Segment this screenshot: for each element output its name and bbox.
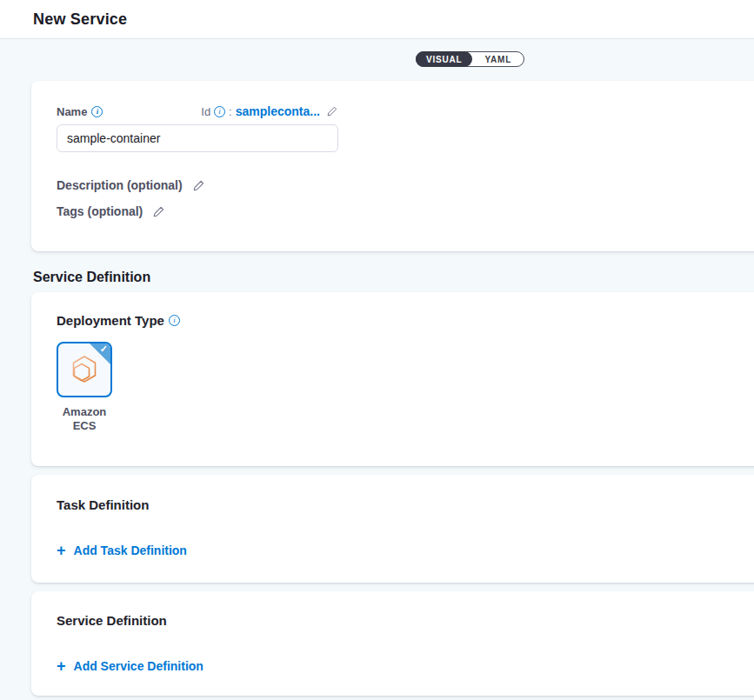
add-task-definition-label: Add Task Definition (74, 543, 187, 557)
service-definition-section-title: Service Definition (33, 270, 754, 285)
id-separator: : (229, 105, 232, 118)
description-label: Description (optional) (57, 178, 183, 192)
plus-icon: + (57, 544, 66, 557)
id-label: Id (201, 105, 210, 118)
toggle-yaml-segment[interactable]: YAML (472, 55, 524, 64)
toggle-row: VISUAL YAML (0, 39, 754, 81)
id-edit-pencil-icon[interactable] (326, 105, 338, 117)
add-service-definition-button[interactable]: + Add Service Definition (57, 659, 204, 673)
task-definition-title: Task Definition (57, 497, 754, 512)
deployment-option-label: Amazon ECS (57, 405, 112, 433)
name-label-group: Name i (57, 105, 103, 118)
tags-row: Tags (optional) (57, 204, 754, 218)
service-definition-card: Service Definition + Add Service Definit… (31, 591, 754, 696)
id-value-link[interactable]: sampleconta... (236, 104, 320, 118)
id-row: Id i : sampleconta... (201, 104, 338, 118)
id-info-icon[interactable]: i (214, 106, 225, 117)
page-header: New Service (0, 0, 754, 39)
description-row: Description (optional) (57, 178, 754, 192)
page-title: New Service (33, 10, 127, 29)
deployment-type-label: Deployment Type (57, 313, 164, 328)
deployment-option-amazon-ecs[interactable]: ✓ (57, 342, 112, 397)
name-id-row: Name i Id i : sampleconta... (57, 104, 338, 118)
toggle-visual-segment[interactable]: VISUAL (416, 51, 472, 67)
tags-edit-pencil-icon[interactable] (152, 205, 165, 218)
deployment-type-info-icon[interactable]: i (169, 315, 180, 326)
check-icon: ✓ (100, 343, 108, 355)
name-info-icon[interactable]: i (91, 106, 103, 117)
service-overview-card: Name i Id i : sampleconta... Description… (31, 81, 754, 251)
visual-yaml-toggle[interactable]: VISUAL YAML (416, 51, 524, 67)
add-task-definition-button[interactable]: + Add Task Definition (57, 543, 187, 557)
plus-icon: + (57, 660, 66, 672)
tags-label: Tags (optional) (57, 204, 143, 218)
service-definition-title: Service Definition (57, 613, 754, 628)
description-edit-pencil-icon[interactable] (192, 179, 205, 192)
add-service-definition-label: Add Service Definition (74, 659, 204, 673)
deployment-type-label-row: Deployment Type i (57, 313, 754, 328)
name-label: Name (57, 105, 87, 118)
task-definition-card: Task Definition + Add Task Definition (31, 475, 754, 583)
service-name-input[interactable] (57, 124, 338, 152)
deployment-type-card: Deployment Type i ✓ Amazon ECS (31, 292, 754, 466)
